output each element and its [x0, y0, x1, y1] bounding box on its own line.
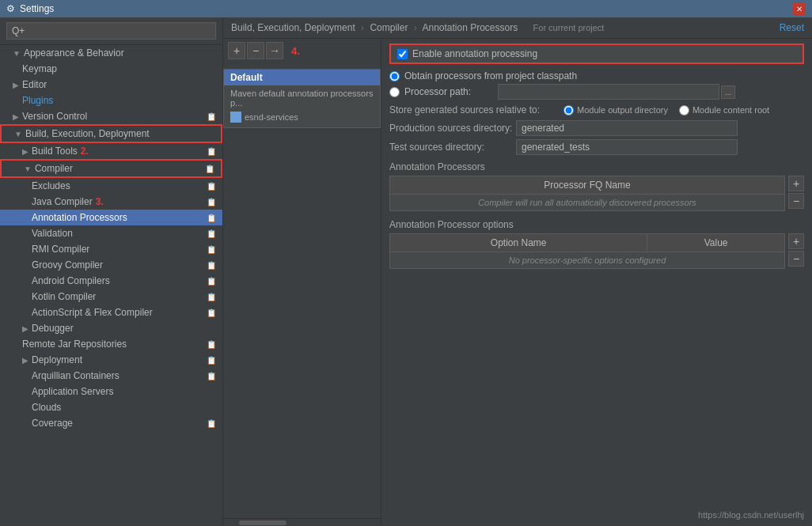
sidebar-item-label: Build Tools — [32, 146, 78, 157]
sidebar-item-build-tools[interactable]: ▶ Build Tools 2. 📋 — [0, 143, 222, 159]
close-button[interactable]: ✕ — [793, 2, 806, 15]
watermark: https://blog.csdn.net/userlhj — [698, 510, 804, 520]
sidebar-item-arquillian[interactable]: Arquillian Containers 📋 — [0, 368, 222, 384]
step2-label: 2. — [81, 146, 89, 157]
arrow-icon: ▶ — [22, 324, 28, 333]
tree-container: ▼ Appearance & Behavior Keymap ▶ Editor … — [0, 45, 222, 526]
sidebar-item-app-servers[interactable]: Application Servers — [0, 384, 222, 399]
sidebar-item-annotation-processors[interactable]: Annotation Processors 📋 — [0, 210, 222, 225]
sidebar-item-label: Debugger — [32, 323, 74, 334]
sidebar-item-label: RMI Compiler — [32, 244, 89, 255]
sidebar-item-coverage[interactable]: Coverage 📋 — [0, 415, 222, 431]
options-table: Option Name Value No processor-specific … — [389, 233, 785, 269]
sidebar-item-label: Annotation Processors — [32, 212, 127, 223]
processor-path-radio[interactable] — [389, 87, 400, 97]
sidebar-item-label: Groovy Compiler — [32, 259, 103, 271]
processor-table-row: Compiler will run all automatically disc… — [390, 195, 785, 211]
sidebar-item-appearance[interactable]: ▼ Appearance & Behavior — [0, 45, 222, 61]
sidebar-item-label: Validation — [32, 228, 73, 239]
sidebar-item-plugins[interactable]: Plugins — [0, 93, 222, 108]
sidebar-item-label: Keymap — [22, 63, 57, 74]
move-processor-button[interactable]: → — [266, 42, 283, 59]
no-options-message: No processor-specific options configured — [509, 255, 666, 265]
options-table-buttons: + − — [788, 233, 804, 268]
sidebar-item-android-compilers[interactable]: Android Compilers 📋 — [0, 273, 222, 289]
project-note: For current project — [533, 23, 605, 32]
processor-path-browse-button[interactable]: ... — [721, 85, 735, 99]
module-content-radio[interactable] — [679, 105, 689, 115]
sidebar-item-clouds[interactable]: Clouds — [0, 399, 222, 415]
search-box — [0, 17, 222, 45]
sidebar-item-rmi-compiler[interactable]: RMI Compiler 📋 — [0, 241, 222, 257]
horizontal-scrollbar[interactable] — [223, 518, 381, 526]
obtain-classpath-row: Obtain processors from project classpath — [389, 70, 804, 81]
module-output-label: Module output directory — [577, 105, 668, 115]
enable-annotation-row: Enable annotation processing — [389, 44, 804, 64]
processor-path-input[interactable] — [498, 84, 719, 100]
options-add-button[interactable]: + — [788, 233, 804, 249]
sidebar-item-label: Android Compilers — [32, 275, 110, 286]
esnd-services-node[interactable]: esnd-services — [230, 110, 374, 124]
annotation-options-table-area: Option Name Value No processor-specific … — [389, 233, 804, 269]
sidebar-item-remote-jar[interactable]: Remote Jar Repositories 📋 — [0, 336, 222, 352]
default-config-panel: Default Maven default annotation process… — [223, 69, 381, 128]
store-generated-row: Store generated sources relative to: Mod… — [389, 104, 804, 115]
search-input[interactable] — [6, 22, 216, 40]
sidebar-item-actionscript[interactable]: ActionScript & Flex Compiler 📋 — [0, 305, 222, 320]
java-compiler-icon: 📋 — [207, 198, 216, 206]
sidebar-item-groovy-compiler[interactable]: Groovy Compiler 📋 — [0, 257, 222, 273]
add-processor-button[interactable]: + — [228, 42, 245, 59]
left-processor-panel: + − → 4. Default Maven default annotatio… — [223, 39, 381, 526]
obtain-classpath-label: Obtain processors from project classpath — [404, 70, 577, 81]
sidebar-item-kotlin-compiler[interactable]: Kotlin Compiler 📋 — [0, 289, 222, 305]
arquillian-icon: 📋 — [207, 372, 216, 380]
sidebar-item-compiler[interactable]: ▼ Compiler 📋 — [0, 159, 222, 178]
right-options-panel: Enable annotation processing Obtain proc… — [381, 39, 812, 526]
production-sources-row: Production sources directory: — [389, 120, 804, 136]
obtain-classpath-radio[interactable] — [389, 71, 400, 81]
default-header[interactable]: Default — [224, 70, 380, 85]
remove-processor-button[interactable]: − — [247, 42, 264, 59]
sidebar-item-label: Remote Jar Repositories — [22, 339, 127, 350]
sidebar-item-java-compiler[interactable]: Java Compiler 3. 📋 — [0, 194, 222, 210]
module-output-radio[interactable] — [563, 105, 574, 115]
sidebar-item-build-execution[interactable]: ▼ Build, Execution, Deployment — [0, 124, 222, 143]
step3-label: 3. — [96, 196, 104, 207]
actionscript-icon: 📋 — [207, 308, 216, 317]
sidebar-item-version-control[interactable]: ▶ Version Control 📋 — [0, 108, 222, 124]
options-remove-button[interactable]: − — [788, 251, 804, 267]
production-sources-input[interactable] — [516, 120, 738, 136]
sidebar-item-deployment[interactable]: ▶ Deployment 📋 — [0, 352, 222, 368]
scrollbar-thumb[interactable] — [239, 520, 286, 525]
processor-table-buttons: + − — [788, 176, 804, 210]
arrow-icon: ▼ — [14, 130, 22, 138]
titlebar-title: Settings — [20, 3, 793, 14]
module-content-label: Module content root — [692, 105, 769, 115]
sidebar-item-label: Coverage — [32, 418, 73, 429]
arrow-icon: ▶ — [13, 112, 19, 121]
enable-annotation-checkbox[interactable] — [397, 49, 408, 59]
sidebar-item-validation[interactable]: Validation 📋 — [0, 225, 222, 241]
processor-add-button[interactable]: + — [788, 176, 804, 191]
sidebar-item-debugger[interactable]: ▶ Debugger — [0, 320, 222, 336]
sidebar-item-label: Compiler — [35, 163, 73, 174]
test-sources-label: Test sources directory: — [389, 142, 516, 153]
processor-table: Processor FQ Name Compiler will run all … — [389, 176, 785, 211]
step4-label: 4. — [291, 45, 300, 57]
test-sources-input[interactable] — [516, 139, 738, 155]
sidebar-item-keymap[interactable]: Keymap — [0, 61, 222, 77]
arrow-icon: ▶ — [13, 81, 19, 89]
processor-remove-button[interactable]: − — [788, 193, 804, 209]
breadcrumb-bar: Build, Execution, Deployment › Compiler … — [223, 17, 812, 39]
arrow-icon: ▼ — [13, 49, 21, 58]
store-generated-label: Store generated sources relative to: — [389, 104, 563, 115]
esnd-services-label: esnd-services — [245, 112, 298, 122]
sidebar-item-excludes[interactable]: Excludes 📋 — [0, 178, 222, 194]
main-content: Build, Execution, Deployment › Compiler … — [223, 17, 812, 526]
folder-icon — [230, 112, 241, 123]
sidebar-item-editor[interactable]: ▶ Editor — [0, 77, 222, 93]
sidebar-item-label: Arquillian Containers — [32, 370, 120, 381]
reset-button[interactable]: Reset — [780, 22, 804, 33]
compiler-icon: 📋 — [205, 165, 214, 173]
titlebar: ⚙ Settings ✕ — [0, 0, 812, 17]
